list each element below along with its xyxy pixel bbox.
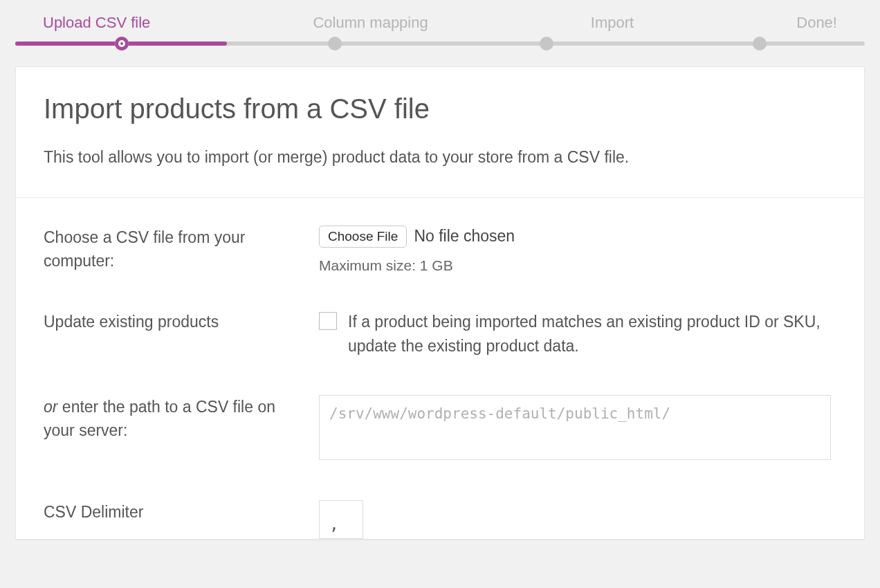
update-existing-help: If a product being imported matches an e… bbox=[348, 310, 836, 359]
step-dot-done bbox=[753, 37, 767, 50]
step-column-mapping: Column mapping bbox=[313, 14, 428, 32]
import-panel: Import products from a CSV file This too… bbox=[15, 66, 865, 540]
update-existing-label: Update existing products bbox=[44, 310, 319, 334]
step-dot-mapping bbox=[328, 37, 342, 50]
row-choose-file: Choose a CSV file from your computer: Ch… bbox=[44, 226, 836, 274]
step-upload[interactable]: Upload CSV file bbox=[43, 14, 150, 32]
delimiter-label: CSV Delimiter bbox=[44, 500, 319, 524]
import-form: Choose a CSV file from your computer: Ch… bbox=[16, 198, 864, 539]
choose-file-label: Choose a CSV file from your computer: bbox=[44, 226, 319, 273]
server-path-label: or enter the path to a CSV file on your … bbox=[44, 395, 319, 443]
file-status-text: No file chosen bbox=[414, 227, 515, 246]
row-update-existing: Update existing products If a product be… bbox=[44, 310, 836, 359]
max-size-hint: Maximum size: 1 GB bbox=[319, 257, 836, 274]
step-done: Done! bbox=[796, 14, 837, 32]
step-import: Import bbox=[591, 14, 634, 32]
progress-stepper: Upload CSV file Column mapping Import Do… bbox=[0, 0, 880, 66]
page-description: This tool allows you to import (or merge… bbox=[44, 145, 836, 169]
update-existing-checkbox[interactable] bbox=[319, 312, 337, 330]
step-dot-upload bbox=[115, 37, 129, 50]
server-path-input[interactable] bbox=[319, 395, 831, 460]
delimiter-input[interactable] bbox=[319, 500, 363, 539]
panel-header: Import products from a CSV file This too… bbox=[16, 67, 864, 198]
page-title: Import products from a CSV file bbox=[44, 93, 836, 125]
step-dot-import bbox=[540, 37, 553, 50]
choose-file-button[interactable]: Choose File bbox=[319, 226, 407, 248]
row-delimiter: CSV Delimiter bbox=[44, 500, 836, 539]
row-server-path: or enter the path to a CSV file on your … bbox=[44, 395, 836, 464]
